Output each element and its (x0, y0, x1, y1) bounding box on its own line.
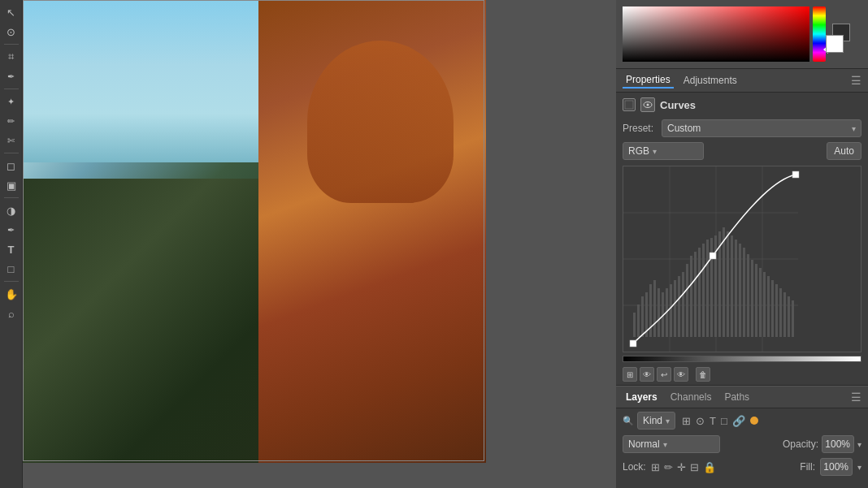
cp-middle[interactable] (710, 253, 716, 259)
lock-brush-icon[interactable]: ✏ (664, 461, 673, 473)
swatches-wrapper (829, 20, 861, 53)
clip-icon[interactable]: 👁 (674, 367, 688, 382)
channel-dropdown[interactable]: RGB ▾ (623, 142, 704, 160)
tool-separator-3 (4, 153, 19, 153)
brush-tool[interactable]: ✏ (2, 112, 20, 130)
channel-dropdown-arrow: ▾ (653, 147, 657, 156)
svg-rect-27 (727, 231, 729, 337)
svg-rect-35 (759, 268, 762, 337)
svg-rect-34 (755, 264, 757, 337)
filter-toggle-dot[interactable] (750, 417, 758, 425)
kind-dropdown[interactable]: Kind ▾ (637, 412, 675, 430)
fill-arrow[interactable]: ▾ (857, 463, 861, 472)
kind-value: Kind (643, 415, 662, 426)
tool-separator-2 (4, 89, 19, 89)
pixel-filter-icon[interactable]: ⊞ (682, 415, 691, 427)
histogram-svg (623, 166, 861, 352)
text-filter-icon[interactable]: T (710, 415, 716, 427)
svg-rect-32 (747, 254, 749, 337)
tab-paths[interactable]: Paths (721, 390, 753, 404)
pen-tool[interactable]: ✒ (2, 221, 20, 239)
panel-header: Properties Adjustments ☰ (616, 69, 868, 93)
curves-bottom: ⊞ 👁 ↩ 👁 🗑 (616, 364, 868, 385)
cp-bottom-left[interactable] (630, 340, 636, 347)
lock-icons-group: ⊞ ✏ ✛ ⊟ 🔒 (651, 461, 716, 473)
fill-field[interactable]: 100% (820, 458, 853, 476)
curves-graph[interactable] (623, 166, 861, 352)
layers-menu-icon[interactable]: ☰ (851, 391, 861, 404)
svg-rect-36 (763, 272, 766, 337)
curves-icon-svg (623, 99, 635, 110)
preset-dropdown-arrow: ▾ (852, 124, 856, 133)
eraser-tool[interactable]: ◻ (2, 157, 20, 175)
svg-rect-22 (706, 240, 709, 337)
shape-tool[interactable]: □ (2, 260, 20, 278)
svg-rect-31 (743, 248, 745, 337)
curves-icon (623, 98, 636, 111)
delete-icon[interactable]: 🗑 (696, 367, 710, 382)
channel-row: RGB ▾ Auto (616, 140, 868, 162)
svg-point-3 (647, 104, 649, 106)
lock-move-icon[interactable]: ✛ (677, 461, 686, 473)
kind-row: 🔍 Kind ▾ ⊞ ⊙ T □ 🔗 (616, 408, 868, 433)
blend-mode-dropdown[interactable]: Normal ▾ (623, 435, 720, 453)
tab-adjustments[interactable]: Adjustments (680, 73, 740, 88)
tab-channels[interactable]: Channels (667, 390, 715, 404)
shape-filter-icon[interactable]: □ (721, 415, 727, 427)
lock-artboard-icon[interactable]: ⊟ (690, 461, 699, 473)
tab-layers[interactable]: Layers (623, 390, 661, 404)
blend-mode-arrow: ▾ (663, 440, 667, 449)
background-swatch[interactable] (826, 35, 844, 53)
zoom-tool[interactable]: ⌕ (2, 304, 20, 322)
hue-slider[interactable] (813, 6, 826, 62)
svg-rect-21 (702, 244, 705, 337)
svg-rect-20 (698, 248, 701, 337)
opacity-field[interactable]: 100% (822, 435, 854, 453)
svg-rect-29 (735, 240, 737, 337)
color-gradient[interactable] (623, 6, 809, 62)
svg-rect-28 (731, 235, 733, 337)
auto-button[interactable]: Auto (827, 142, 861, 160)
opacity-value-text: 100% (825, 438, 850, 450)
lock-transparent-icon[interactable]: ⊞ (651, 461, 660, 473)
tab-properties[interactable]: Properties (623, 72, 674, 89)
canvas-area (23, 0, 616, 488)
preset-dropdown[interactable]: Custom ▾ (662, 119, 861, 137)
svg-rect-43 (792, 300, 794, 337)
dodge-tool[interactable]: ◑ (2, 201, 20, 219)
fill-label: Fill: (800, 461, 815, 473)
svg-rect-40 (779, 288, 782, 337)
curves-header: Curves (616, 93, 868, 117)
fill-value-text: 100% (823, 461, 848, 473)
crop-tool[interactable]: ⌗ (2, 48, 20, 66)
eyedropper-tool[interactable]: ✒ (2, 67, 20, 85)
cp-top-right[interactable] (792, 171, 799, 178)
visibility-icon[interactable]: 👁 (640, 367, 654, 382)
lock-all-icon[interactable]: 🔒 (703, 461, 716, 473)
search-icon: 🔍 (623, 416, 634, 426)
gradient-tool[interactable]: ▣ (2, 176, 20, 194)
svg-rect-18 (690, 256, 692, 337)
preset-row: Preset: Custom ▾ (616, 117, 868, 140)
app-container: ↖ ⊙ ⌗ ✒ ✦ ✏ ✄ ◻ ▣ ◑ ✒ T □ ✋ ⌕ (0, 0, 868, 488)
lasso-tool[interactable]: ⊙ (2, 23, 20, 41)
blending-row: Normal ▾ Opacity: 100% ▾ (616, 433, 868, 456)
curves-actions-left: ⊞ 👁 ↩ 👁 🗑 (623, 367, 710, 382)
reset-icon[interactable]: ↩ (657, 367, 671, 382)
channel-value: RGB (628, 145, 649, 157)
curves-title: Curves (660, 99, 696, 111)
tool-separator-4 (4, 197, 19, 198)
layers-panel: Layers Channels Paths ☰ 🔍 Kind ▾ ⊞ ⊙ T □… (616, 386, 868, 488)
svg-rect-16 (682, 272, 684, 337)
panel-menu-icon[interactable]: ☰ (851, 74, 861, 87)
hand-tool[interactable]: ✋ (2, 285, 20, 303)
adjustment-filter-icon[interactable]: ⊙ (696, 415, 705, 427)
opacity-arrow[interactable]: ▾ (857, 440, 861, 449)
type-tool[interactable]: T (2, 240, 20, 258)
smart-filter-icon[interactable]: 🔗 (732, 415, 745, 427)
layer-icon[interactable]: ⊞ (623, 367, 637, 382)
kind-arrow: ▾ (666, 417, 670, 425)
heal-tool[interactable]: ✦ (2, 93, 20, 110)
select-tool[interactable]: ↖ (2, 3, 20, 21)
clone-tool[interactable]: ✄ (2, 132, 20, 149)
